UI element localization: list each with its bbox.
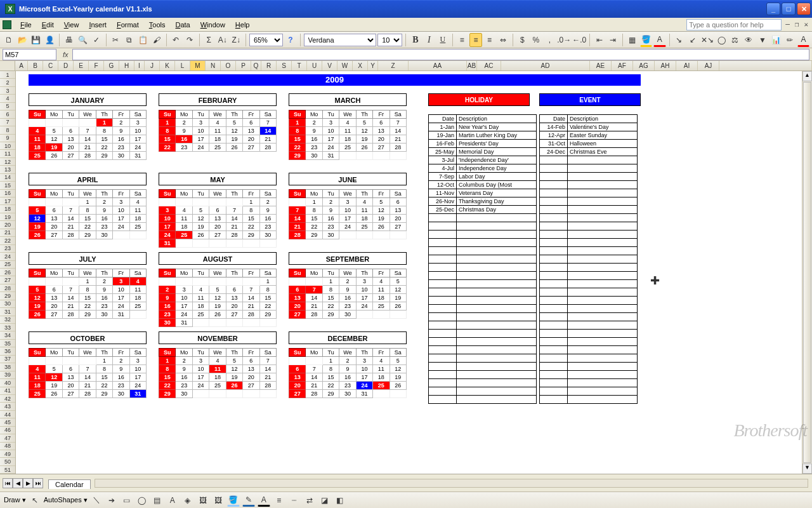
day-cell[interactable]: 21 — [226, 223, 242, 231]
day-cell[interactable]: 27 — [373, 144, 390, 152]
day-cell[interactable] — [192, 277, 209, 286]
list-date-cell[interactable]: 31-Oct — [540, 140, 568, 148]
circle-invalid-icon[interactable]: ◯ — [716, 33, 728, 47]
list-desc-cell[interactable]: Thanksgiving Day — [457, 197, 537, 206]
day-cell[interactable]: 27 — [46, 231, 62, 239]
day-cell[interactable] — [176, 198, 192, 206]
day-cell[interactable]: 21 — [306, 302, 322, 311]
day-cell[interactable]: 2 — [259, 198, 276, 206]
list-date-cell[interactable] — [540, 297, 568, 305]
menu-file[interactable]: File — [15, 20, 37, 30]
row-header[interactable]: 5 — [0, 103, 15, 110]
day-cell[interactable]: 12 — [226, 365, 242, 373]
day-cell[interactable]: 8 — [79, 206, 96, 215]
day-cell[interactable]: 21 — [79, 144, 96, 152]
day-cell[interactable]: 22 — [96, 144, 112, 152]
day-cell[interactable]: 25 — [192, 311, 209, 319]
align-right-icon[interactable]: ≡ — [483, 33, 496, 47]
day-cell[interactable]: 26 — [226, 144, 242, 152]
row-header[interactable]: 26 — [0, 269, 15, 276]
fill-color-icon[interactable]: 🪣 — [640, 33, 653, 47]
day-cell[interactable]: 21 — [243, 302, 259, 311]
list-date-cell[interactable] — [429, 363, 457, 371]
day-cell[interactable]: 26 — [226, 382, 242, 390]
row-header[interactable]: 31 — [0, 308, 15, 316]
list-desc-cell[interactable]: Presidents' Day — [457, 140, 537, 148]
list-date-cell[interactable] — [429, 214, 457, 222]
list-date-cell[interactable] — [540, 379, 568, 387]
list-date-cell[interactable] — [429, 313, 457, 321]
list-desc-cell[interactable] — [457, 305, 537, 313]
day-cell[interactable]: 14 — [306, 373, 322, 382]
day-cell[interactable]: 4 — [209, 119, 226, 127]
list-desc-cell[interactable] — [568, 255, 638, 264]
day-cell[interactable]: 26 — [390, 382, 406, 390]
list-date-cell[interactable] — [540, 396, 568, 404]
day-cell[interactable]: 29 — [96, 390, 112, 398]
day-cell[interactable]: 25 — [176, 231, 192, 239]
cut-icon[interactable]: ✂ — [109, 33, 122, 47]
day-cell[interactable]: 10 — [322, 127, 339, 135]
arrow-icon[interactable]: ➔ — [105, 494, 118, 507]
day-cell[interactable]: 12 — [46, 135, 62, 144]
list-date-cell[interactable] — [540, 313, 568, 321]
day-cell[interactable]: 23 — [322, 223, 339, 231]
day-cell[interactable]: 19 — [226, 373, 242, 382]
day-cell[interactable]: 13 — [390, 206, 406, 215]
day-cell[interactable]: 6 — [62, 365, 79, 373]
list-date-cell[interactable]: 3-Jul — [429, 156, 457, 164]
list-date-cell[interactable] — [540, 214, 568, 222]
day-cell[interactable]: 31 — [176, 319, 192, 327]
day-cell[interactable]: 20 — [289, 382, 306, 390]
day-cell[interactable]: 23 — [113, 382, 129, 390]
menu-view[interactable]: View — [59, 20, 84, 30]
scroll-thumb[interactable] — [803, 82, 811, 463]
day-cell[interactable] — [62, 277, 79, 286]
day-cell[interactable]: 7 — [62, 206, 79, 215]
day-cell[interactable]: 12 — [356, 127, 372, 135]
list-date-cell[interactable] — [540, 264, 568, 272]
day-cell[interactable]: 26 — [29, 311, 46, 319]
list-desc-cell[interactable] — [457, 214, 537, 222]
sheet-area[interactable]: 2009HOLIDAYEVENTJANUARYSuMoTuWeThFrSa123… — [16, 71, 802, 474]
col-header[interactable]: F — [89, 61, 104, 70]
day-cell[interactable]: 20 — [243, 373, 259, 382]
row-header[interactable]: 43 — [0, 403, 15, 410]
day-cell[interactable]: 3 — [322, 119, 339, 127]
day-cell[interactable]: 11 — [176, 215, 192, 223]
list-date-cell[interactable] — [429, 330, 457, 338]
list-date-cell[interactable] — [540, 280, 568, 288]
col-header[interactable]: Y — [368, 61, 378, 70]
day-cell[interactable]: 14 — [306, 294, 322, 302]
day-cell[interactable] — [62, 119, 79, 127]
help-search-input[interactable] — [686, 19, 782, 30]
day-cell[interactable]: 11 — [373, 365, 390, 373]
day-cell[interactable] — [339, 152, 356, 160]
day-cell[interactable]: 12 — [192, 215, 209, 223]
list-date-cell[interactable] — [540, 354, 568, 363]
day-cell[interactable]: 27 — [289, 390, 306, 398]
day-cell[interactable]: 23 — [96, 302, 112, 311]
wordart-icon[interactable]: A — [166, 494, 179, 507]
day-cell[interactable]: 8 — [159, 365, 176, 373]
maximize-button[interactable]: □ — [782, 3, 796, 15]
day-cell[interactable]: 27 — [243, 382, 259, 390]
list-desc-cell[interactable]: 'Independence Day' — [457, 156, 537, 164]
list-desc-cell[interactable] — [568, 305, 638, 313]
day-cell[interactable]: 27 — [46, 311, 62, 319]
day-cell[interactable]: 22 — [159, 144, 176, 152]
mdi-close-icon[interactable]: ✕ — [802, 20, 809, 29]
day-cell[interactable]: 6 — [390, 198, 406, 206]
list-desc-cell[interactable] — [568, 313, 638, 321]
day-cell[interactable]: 7 — [306, 365, 322, 373]
day-cell[interactable]: 3 — [113, 277, 129, 286]
day-cell[interactable]: 12 — [29, 294, 46, 302]
day-cell[interactable]: 4 — [129, 277, 146, 286]
day-cell[interactable]: 24 — [356, 382, 372, 390]
day-cell[interactable]: 17 — [129, 373, 146, 382]
col-header[interactable]: K — [160, 61, 175, 70]
day-cell[interactable]: 7 — [243, 286, 259, 294]
list-desc-cell[interactable] — [568, 396, 638, 404]
day-cell[interactable] — [356, 231, 372, 239]
day-cell[interactable]: 17 — [129, 135, 146, 144]
